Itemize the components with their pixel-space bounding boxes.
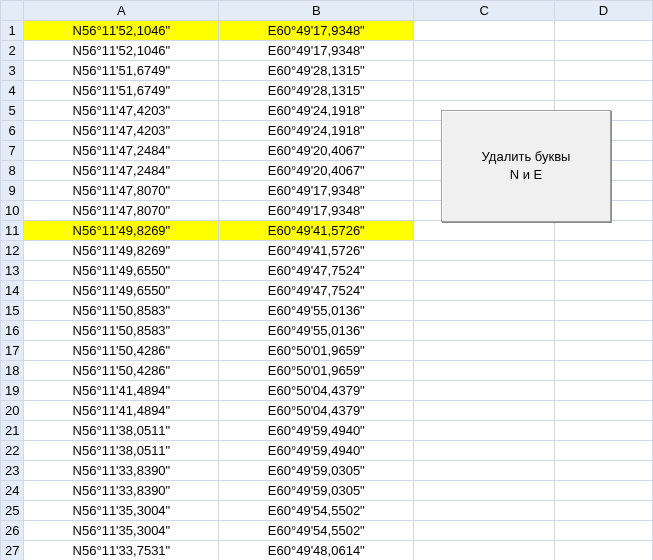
cell[interactable]: N56°11'47,2484" <box>24 161 219 181</box>
grid[interactable]: A B C D 1N56°11'52,1046"E60°49'17,9348"2… <box>0 0 653 560</box>
row-header[interactable]: 27 <box>1 541 24 561</box>
row-header[interactable]: 18 <box>1 361 24 381</box>
cell[interactable]: N56°11'50,4286" <box>24 341 219 361</box>
cell[interactable] <box>555 281 653 301</box>
cell[interactable] <box>414 301 555 321</box>
cell[interactable] <box>414 461 555 481</box>
cell[interactable]: E60°49'17,9348" <box>219 181 414 201</box>
row-header[interactable]: 12 <box>1 241 24 261</box>
cell[interactable] <box>414 501 555 521</box>
col-header-c[interactable]: C <box>414 1 555 21</box>
cell[interactable]: E60°50'04,4379" <box>219 381 414 401</box>
cell[interactable] <box>414 341 555 361</box>
row-header[interactable]: 7 <box>1 141 24 161</box>
cell[interactable]: N56°11'47,4203" <box>24 101 219 121</box>
cell[interactable]: N56°11'33,8390" <box>24 461 219 481</box>
cell[interactable]: N56°11'49,8269" <box>24 221 219 241</box>
cell[interactable]: N56°11'52,1046" <box>24 41 219 61</box>
cell[interactable] <box>414 221 555 241</box>
cell[interactable] <box>555 421 653 441</box>
cell[interactable]: N56°11'35,3004" <box>24 521 219 541</box>
cell[interactable]: E60°49'17,9348" <box>219 21 414 41</box>
cell[interactable] <box>414 241 555 261</box>
row-header[interactable]: 26 <box>1 521 24 541</box>
cell[interactable] <box>555 41 653 61</box>
cell[interactable]: E60°49'17,9348" <box>219 41 414 61</box>
row-header[interactable]: 19 <box>1 381 24 401</box>
cell[interactable]: E60°49'41,5726" <box>219 221 414 241</box>
cell[interactable] <box>555 401 653 421</box>
cell[interactable]: N56°11'47,2484" <box>24 141 219 161</box>
cell[interactable]: N56°11'49,8269" <box>24 241 219 261</box>
row-header[interactable]: 5 <box>1 101 24 121</box>
cell[interactable] <box>555 81 653 101</box>
cell[interactable]: N56°11'49,6550" <box>24 261 219 281</box>
cell[interactable] <box>555 441 653 461</box>
cell[interactable]: N56°11'52,1046" <box>24 21 219 41</box>
row-header[interactable]: 1 <box>1 21 24 41</box>
cell[interactable]: E60°49'47,7524" <box>219 281 414 301</box>
row-header[interactable]: 9 <box>1 181 24 201</box>
row-header[interactable]: 24 <box>1 481 24 501</box>
cell[interactable] <box>414 261 555 281</box>
cell[interactable]: N56°11'50,8583" <box>24 321 219 341</box>
cell[interactable]: E60°49'55,0136" <box>219 321 414 341</box>
cell[interactable] <box>414 21 555 41</box>
cell[interactable]: N56°11'50,4286" <box>24 361 219 381</box>
cell[interactable]: E60°49'17,9348" <box>219 201 414 221</box>
row-header[interactable]: 22 <box>1 441 24 461</box>
row-header[interactable]: 3 <box>1 61 24 81</box>
cell[interactable] <box>414 421 555 441</box>
cell[interactable] <box>414 281 555 301</box>
cell[interactable] <box>414 81 555 101</box>
cell[interactable] <box>414 401 555 421</box>
col-header-d[interactable]: D <box>555 1 653 21</box>
cell[interactable] <box>555 221 653 241</box>
cell[interactable]: N56°11'47,8070" <box>24 181 219 201</box>
cell[interactable]: E60°49'59,0305" <box>219 461 414 481</box>
cell[interactable] <box>414 521 555 541</box>
row-header[interactable]: 16 <box>1 321 24 341</box>
row-header[interactable]: 21 <box>1 421 24 441</box>
cell[interactable] <box>555 361 653 381</box>
cell[interactable]: E60°49'28,1315" <box>219 61 414 81</box>
row-header[interactable]: 2 <box>1 41 24 61</box>
cell[interactable] <box>555 21 653 41</box>
row-header[interactable]: 13 <box>1 261 24 281</box>
cell[interactable]: N56°11'51,6749" <box>24 61 219 81</box>
cell[interactable]: N56°11'47,4203" <box>24 121 219 141</box>
cell[interactable]: N56°11'35,3004" <box>24 501 219 521</box>
cell[interactable]: N56°11'33,8390" <box>24 481 219 501</box>
cell[interactable]: N56°11'41,4894" <box>24 401 219 421</box>
row-header[interactable]: 15 <box>1 301 24 321</box>
cell[interactable] <box>555 241 653 261</box>
col-header-a[interactable]: A <box>24 1 219 21</box>
cell[interactable] <box>414 481 555 501</box>
cell[interactable] <box>555 481 653 501</box>
cell[interactable] <box>414 541 555 561</box>
row-header[interactable]: 6 <box>1 121 24 141</box>
cell[interactable]: E60°49'20,4067" <box>219 161 414 181</box>
cell[interactable]: E60°49'55,0136" <box>219 301 414 321</box>
row-header[interactable]: 8 <box>1 161 24 181</box>
cell[interactable]: N56°11'49,6550" <box>24 281 219 301</box>
cell[interactable] <box>555 261 653 281</box>
cell[interactable]: N56°11'41,4894" <box>24 381 219 401</box>
cell[interactable]: E60°49'54,5502" <box>219 501 414 521</box>
cell[interactable] <box>555 381 653 401</box>
cell[interactable] <box>414 41 555 61</box>
select-all-corner[interactable] <box>1 1 24 21</box>
row-header[interactable]: 23 <box>1 461 24 481</box>
cell[interactable]: E60°49'41,5726" <box>219 241 414 261</box>
cell[interactable]: E60°49'24,1918" <box>219 121 414 141</box>
cell[interactable] <box>414 381 555 401</box>
cell[interactable] <box>555 501 653 521</box>
row-header[interactable]: 20 <box>1 401 24 421</box>
cell[interactable]: N56°11'50,8583" <box>24 301 219 321</box>
cell[interactable] <box>555 521 653 541</box>
cell[interactable]: E60°50'01,9659" <box>219 341 414 361</box>
cell[interactable] <box>414 361 555 381</box>
row-header[interactable]: 4 <box>1 81 24 101</box>
cell[interactable] <box>555 301 653 321</box>
cell[interactable] <box>555 461 653 481</box>
